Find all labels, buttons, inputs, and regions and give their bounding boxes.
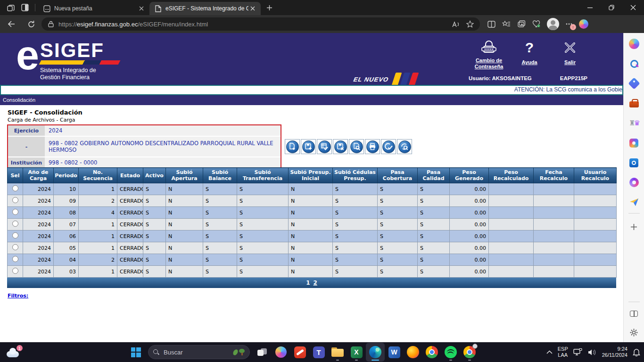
profile-avatar[interactable] (547, 18, 559, 30)
copilot-icon[interactable] (272, 343, 290, 362)
table-cell: S (378, 219, 418, 230)
settings-gear-icon[interactable] (627, 325, 641, 339)
delete-record-button[interactable] (333, 139, 348, 154)
split-screen-icon[interactable] (484, 17, 499, 31)
edge-icon[interactable] (366, 343, 385, 362)
toolbox-icon[interactable] (627, 96, 641, 110)
browser-tab-esigef[interactable]: eSIGEF - Sistema Integrado de G (149, 2, 261, 15)
tray-chevron-icon[interactable] (546, 350, 553, 354)
copilot-icon[interactable] (576, 17, 591, 31)
column-header: Subió Cédulas Presup. (333, 168, 378, 183)
games-icon[interactable]: ♜♛ (627, 116, 641, 130)
column-header: Pasa Calidad (418, 168, 450, 183)
taskbar-search[interactable]: Buscar (148, 345, 250, 359)
favorites-list-icon[interactable] (499, 17, 514, 31)
search-icon[interactable] (627, 57, 641, 71)
weather-icon[interactable]: 1 (7, 346, 23, 358)
row-select-radio[interactable] (12, 209, 18, 215)
file-explorer-icon[interactable] (328, 343, 347, 362)
row-select-radio[interactable] (12, 244, 18, 250)
chrome-icon[interactable] (422, 343, 441, 362)
start-button[interactable] (126, 343, 145, 362)
table-cell: S (418, 242, 450, 254)
table-cell: S (333, 254, 378, 266)
restore-button[interactable] (601, 0, 622, 15)
m365-icon[interactable] (627, 136, 641, 150)
copilot-icon[interactable] (627, 37, 641, 51)
read-aloud-icon[interactable] (449, 18, 463, 30)
filters-link[interactable]: Filtros: (8, 293, 28, 299)
validate-record-button[interactable] (317, 139, 332, 154)
lock-icon[interactable] (47, 21, 55, 27)
print-button[interactable] (365, 139, 380, 154)
delete-record-icon (334, 140, 347, 153)
view-record-button[interactable] (349, 139, 364, 154)
page-title: SIGEF - Consolidación (8, 109, 83, 116)
drop-icon[interactable] (627, 195, 641, 209)
add-icon[interactable] (627, 220, 641, 234)
shopping-tag-icon[interactable] (627, 76, 641, 90)
network-icon[interactable] (573, 348, 583, 356)
designer-icon[interactable] (627, 175, 641, 189)
column-header: Fecha Recalculo (534, 168, 574, 183)
volume-icon[interactable] (588, 349, 597, 356)
row-select-radio[interactable] (12, 185, 18, 191)
favorite-star-icon[interactable] (463, 18, 477, 30)
page-number-current[interactable]: 1 (306, 280, 310, 286)
exit-link[interactable]: Salir (550, 38, 590, 70)
row-select-cell (8, 254, 23, 266)
minimize-button[interactable] (579, 0, 601, 15)
row-select-radio[interactable] (12, 197, 18, 203)
task-view-icon[interactable] (253, 343, 272, 362)
browser-essentials-icon[interactable] (529, 17, 544, 31)
address-bar[interactable]: https://esigef.finanzas.gob.ec/eSIGEF/me… (41, 17, 480, 31)
menu-item-consolidacion[interactable]: Consolidación (3, 97, 35, 103)
refresh-icon[interactable] (24, 17, 39, 31)
firefox-icon[interactable] (404, 343, 422, 362)
spotify-icon[interactable] (441, 343, 460, 362)
table-cell: S (333, 230, 378, 242)
back-icon[interactable] (4, 17, 19, 31)
teams-icon[interactable]: T (309, 343, 328, 362)
recalculate-button[interactable] (397, 139, 412, 154)
table-cell: N (289, 207, 333, 219)
table-cell: N (289, 254, 333, 266)
table-cell (534, 230, 574, 242)
chrome-profile-icon[interactable] (460, 343, 479, 362)
tab-close-icon[interactable] (248, 4, 257, 13)
workspaces-icon[interactable] (4, 1, 18, 14)
more-menu-icon[interactable]: ↑ (562, 18, 576, 30)
attention-marquee: ATENCIÓN: La SCG comunica a los Gobie (0, 85, 623, 95)
close-button[interactable] (622, 0, 644, 15)
table-cell: 2024 (23, 219, 54, 230)
notification-bell-icon[interactable] (633, 348, 640, 356)
new-tab-button[interactable] (263, 1, 276, 14)
split-screen-icon[interactable] (627, 306, 641, 321)
table-cell: 10 (54, 183, 79, 195)
approve-button[interactable] (381, 139, 396, 154)
row-select-radio[interactable] (12, 256, 18, 262)
save-record-button[interactable] (301, 139, 316, 154)
table-cell: S (143, 207, 166, 219)
row-select-radio[interactable] (12, 221, 18, 227)
excel-icon[interactable]: X (347, 343, 366, 362)
help-link[interactable]: ? Ayuda (509, 38, 550, 70)
tab-actions-icon[interactable] (18, 1, 32, 14)
new-record-button[interactable] (285, 139, 300, 154)
tab-close-icon[interactable] (137, 4, 146, 13)
table-cell: 07 (54, 219, 79, 230)
pdf-app-icon[interactable] (290, 343, 309, 362)
browser-tab-new[interactable]: Nueva pestaña (38, 2, 149, 15)
row-select-radio[interactable] (12, 232, 18, 239)
outlook-icon[interactable] (627, 156, 641, 170)
table-cell: S (333, 195, 378, 207)
row-select-radio[interactable] (12, 268, 18, 274)
table-cell (574, 266, 617, 278)
word-icon[interactable]: W (385, 343, 404, 362)
clock[interactable]: 9:24 26/11/2024 (602, 346, 627, 358)
esigef-tab-favicon (154, 5, 162, 12)
collections-icon[interactable] (514, 17, 529, 31)
language-indicator[interactable]: ESP LAA (558, 346, 568, 358)
page-number-link[interactable]: 2 (314, 280, 317, 286)
change-password-link[interactable]: Cambio de Contraseña (469, 38, 509, 70)
